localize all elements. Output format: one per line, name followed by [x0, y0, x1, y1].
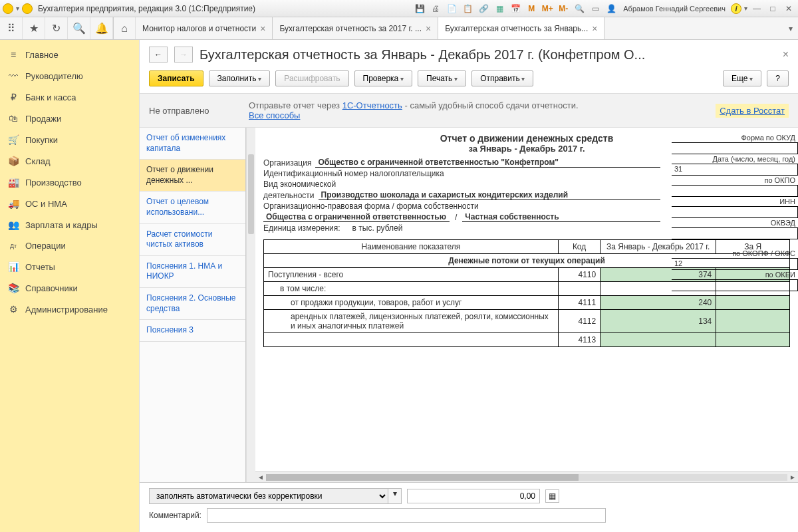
- sidebar-item-admin[interactable]: ⚙Администрирование: [0, 299, 139, 320]
- date-cell[interactable]: 31: [672, 164, 798, 176]
- maximize-icon[interactable]: □: [766, 2, 779, 15]
- sidebar-item-hr[interactable]: 👥Зарплата и кадры: [0, 214, 139, 235]
- print-icon[interactable]: 🖨: [429, 2, 442, 15]
- apps-grid-icon[interactable]: ⠿: [0, 17, 23, 39]
- section-targeted-use[interactable]: Отчет о целевом использовани...: [140, 192, 245, 223]
- people-icon: 👥: [8, 219, 19, 230]
- page-title: Бухгалтерская отчетность за Январь - Дек…: [200, 47, 776, 63]
- inn-cell[interactable]: [672, 206, 798, 218]
- send-button[interactable]: Отправить: [471, 70, 533, 86]
- sidebar-item-reports[interactable]: 📊Отчеты: [0, 256, 139, 277]
- okei-cell[interactable]: [672, 279, 798, 291]
- history-icon[interactable]: ↻: [45, 17, 68, 39]
- activity-value[interactable]: Производство шоколада и сахаристых конди…: [319, 190, 660, 200]
- truck-icon: 🚚: [8, 198, 19, 209]
- zoom-icon[interactable]: 🔍: [573, 2, 586, 15]
- sidebar-item-bank[interactable]: ₽Банк и касса: [0, 86, 139, 108]
- close-window-icon[interactable]: ✕: [782, 2, 795, 15]
- table-row[interactable]: от продажи продукции, товаров, работ и у…: [264, 296, 790, 310]
- amount-input[interactable]: [407, 489, 540, 503]
- report-hscrollbar[interactable]: ◄ ►: [255, 471, 798, 482]
- sidebar-item-operations[interactable]: ДтОперации: [0, 235, 139, 256]
- ownership-value[interactable]: Частная собственность: [462, 212, 660, 222]
- section-list-scrollbar[interactable]: [246, 128, 255, 482]
- sidebar-item-production[interactable]: 🏭Производство: [0, 172, 139, 193]
- m-plus-icon[interactable]: M+: [541, 2, 554, 15]
- page-close-icon[interactable]: ×: [783, 49, 789, 61]
- notifications-icon[interactable]: 🔔: [90, 17, 113, 39]
- okud-cell[interactable]: [672, 142, 798, 154]
- legal-form-value[interactable]: Общества с ограниченной ответственностью: [263, 212, 450, 222]
- info-icon[interactable]: i: [731, 3, 741, 14]
- panel-icon[interactable]: ▭: [589, 2, 602, 15]
- main-toolbar: ⠿ ★ ↻ 🔍 🔔 ⌂ Монитор налогов и отчетности…: [0, 17, 798, 40]
- favorite-icon[interactable]: ★: [23, 17, 45, 39]
- sidebar-item-directories[interactable]: 📚Справочники: [0, 277, 139, 299]
- section-capital-changes[interactable]: Отчет об изменениях капитала: [140, 128, 245, 160]
- scroll-right-icon[interactable]: ►: [787, 473, 798, 481]
- save-icon[interactable]: 💾: [413, 2, 426, 15]
- section-cash-flow[interactable]: Отчет о движении денежных ...: [140, 160, 245, 192]
- section-net-assets[interactable]: Расчет стоимости чистых активов: [140, 224, 245, 256]
- form-footer: заполнять автоматически без корректировк…: [140, 482, 798, 532]
- submit-rosstat-link[interactable]: Сдать в Росстат: [716, 104, 789, 118]
- home-icon[interactable]: ⌂: [113, 17, 136, 39]
- m-minus-icon[interactable]: M-: [557, 2, 570, 15]
- org-value[interactable]: Общество с ограниченной ответственностью…: [315, 158, 660, 168]
- section-notes-1[interactable]: Пояснения 1. НМА и НИОКР: [140, 256, 245, 288]
- nav-back-button[interactable]: ←: [149, 47, 168, 63]
- scroll-left-icon[interactable]: ◄: [255, 473, 266, 481]
- link-all-methods[interactable]: Все способы: [249, 110, 300, 120]
- tab-close-icon[interactable]: ×: [592, 23, 597, 34]
- inn-label: Идентификационный номер налогоплательщик…: [263, 169, 448, 178]
- table-row[interactable]: 4113: [264, 333, 790, 347]
- table-row[interactable]: арендных платежей, лицензионных платежей…: [264, 310, 790, 333]
- search-icon[interactable]: 🔍: [68, 17, 90, 39]
- tabs-overflow-icon[interactable]: ▾: [783, 17, 798, 39]
- tab-report-jan[interactable]: Бухгалтерская отчетность за Январь... ×: [438, 17, 604, 39]
- sidebar-item-sales[interactable]: 🛍Продажи: [0, 108, 139, 129]
- okopf-cell[interactable]: 12: [672, 258, 798, 270]
- tab-report-2017[interactable]: Бухгалтерская отчетность за 2017 г. ... …: [273, 17, 438, 39]
- sidebar-item-purchases[interactable]: 🛒Покупки: [0, 129, 139, 150]
- tab-close-icon[interactable]: ×: [260, 23, 265, 34]
- app-menu-dropdown-icon[interactable]: ▾: [16, 5, 19, 12]
- tab-bar: Монитор налогов и отчетности × Бухгалтер…: [136, 17, 783, 39]
- nav-forward-button[interactable]: →: [174, 47, 193, 63]
- print-button[interactable]: Печать: [418, 70, 466, 86]
- expand-button[interactable]: Расшифровать: [275, 70, 348, 86]
- comment-input[interactable]: [207, 508, 606, 523]
- fill-mode-select[interactable]: заполнять автоматически без корректировк…: [149, 488, 388, 504]
- save-button[interactable]: Записать: [149, 70, 203, 86]
- help-button[interactable]: ?: [767, 70, 789, 86]
- m-icon[interactable]: M: [525, 2, 538, 15]
- check-button[interactable]: Проверка: [354, 70, 413, 86]
- minimize-icon[interactable]: —: [750, 2, 763, 15]
- calendar-icon[interactable]: 📅: [509, 2, 522, 15]
- more-button[interactable]: Еще: [723, 70, 761, 86]
- okpo-cell[interactable]: [672, 185, 798, 197]
- doc-icon[interactable]: 📄: [445, 2, 458, 15]
- okved-cell[interactable]: [672, 227, 798, 239]
- calc-icon[interactable]: ▦: [493, 2, 506, 15]
- tab-tax-monitor[interactable]: Монитор налогов и отчетности ×: [136, 17, 273, 39]
- window-titlebar: ▾ Бухгалтерия предприятия, редакция 3.0 …: [0, 0, 798, 17]
- sidebar-item-assets[interactable]: 🚚ОС и НМА: [0, 193, 139, 214]
- section-notes-2[interactable]: Пояснения 2. Основные средства: [140, 288, 245, 320]
- clipboard-icon[interactable]: 📋: [461, 2, 474, 15]
- info-dropdown-icon[interactable]: ▾: [744, 5, 747, 12]
- sidebar-label: Продажи: [25, 114, 61, 124]
- sidebar-item-manager[interactable]: 〰Руководителю: [0, 65, 139, 86]
- user-name[interactable]: Абрамов Геннадий Сергеевич: [620, 5, 728, 13]
- sidebar-item-warehouse[interactable]: 📦Склад: [0, 150, 139, 172]
- calculator-icon[interactable]: ▦: [545, 489, 559, 503]
- report-section-list: Отчет об изменениях капитала Отчет о дви…: [140, 128, 246, 482]
- link-icon[interactable]: 🔗: [477, 2, 490, 15]
- fill-button[interactable]: Заполнить: [209, 70, 271, 86]
- link-1c-reporting[interactable]: 1С-Отчетность: [342, 100, 402, 110]
- tab-close-icon[interactable]: ×: [426, 23, 431, 34]
- fill-mode-dropdown-icon[interactable]: ▾: [388, 488, 402, 504]
- sidebar-label: Главное: [25, 50, 59, 60]
- sidebar-item-main[interactable]: ≡Главное: [0, 44, 139, 65]
- section-notes-3[interactable]: Пояснения 3: [140, 320, 245, 342]
